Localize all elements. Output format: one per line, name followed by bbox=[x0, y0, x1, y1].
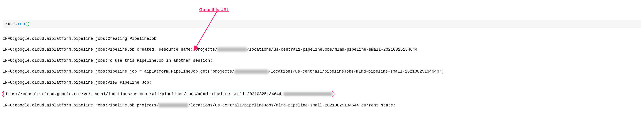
log-text: /locations/us-central1/pipelineJobs/mlmd… bbox=[268, 69, 444, 74]
redacted-text: xxxxxxxxxxxxxx bbox=[234, 70, 268, 74]
code-cell: run1.run() bbox=[3, 20, 641, 28]
url-text: https://console.cloud.google.com/vertex-… bbox=[3, 92, 281, 96]
log-line: INFO:google.cloud.aiplatform.pipeline_jo… bbox=[3, 47, 641, 52]
code-token-dot: . bbox=[15, 22, 18, 26]
log-text: INFO:google.cloud.aiplatform.pipeline_jo… bbox=[3, 103, 159, 108]
code-token-method: run bbox=[18, 22, 25, 26]
redacted-text: xxxxxxxxxxxx bbox=[218, 48, 247, 52]
log-line: INFO:google.cloud.aiplatform.pipeline_jo… bbox=[3, 69, 641, 74]
highlighted-url[interactable]: https://console.cloud.google.com/vertex-… bbox=[2, 91, 334, 97]
log-line: INFO:google.cloud.aiplatform.pipeline_jo… bbox=[3, 80, 641, 85]
annotation-label: Go to this URL bbox=[199, 7, 229, 13]
log-line: INFO:google.cloud.aiplatform.pipeline_jo… bbox=[3, 58, 641, 63]
log-line: INFO:google.cloud.aiplatform.pipeline_jo… bbox=[3, 36, 641, 41]
code-token-paren-open: ( bbox=[25, 22, 27, 26]
code-token-obj: run1 bbox=[6, 22, 15, 26]
log-line: https://console.cloud.google.com/vertex-… bbox=[3, 91, 641, 97]
log-text: INFO:google.cloud.aiplatform.pipeline_jo… bbox=[3, 47, 218, 52]
redacted-text: xxxxxxxxxxxx bbox=[159, 103, 188, 107]
log-text: /locations/us-central1/pipelineJobs/mlmd… bbox=[188, 103, 396, 108]
code-token-paren-close: ) bbox=[27, 22, 30, 26]
log-text: /locations/us-central1/pipelineJobs/mlmd… bbox=[247, 47, 418, 52]
output-block: INFO:google.cloud.aiplatform.pipeline_jo… bbox=[0, 30, 644, 113]
log-line: INFO:google.cloud.aiplatform.pipeline_jo… bbox=[3, 102, 641, 108]
log-text: INFO:google.cloud.aiplatform.pipeline_jo… bbox=[3, 69, 234, 74]
redacted-text: xxxxxxxxxxxxxxxxxxxx bbox=[284, 92, 332, 96]
